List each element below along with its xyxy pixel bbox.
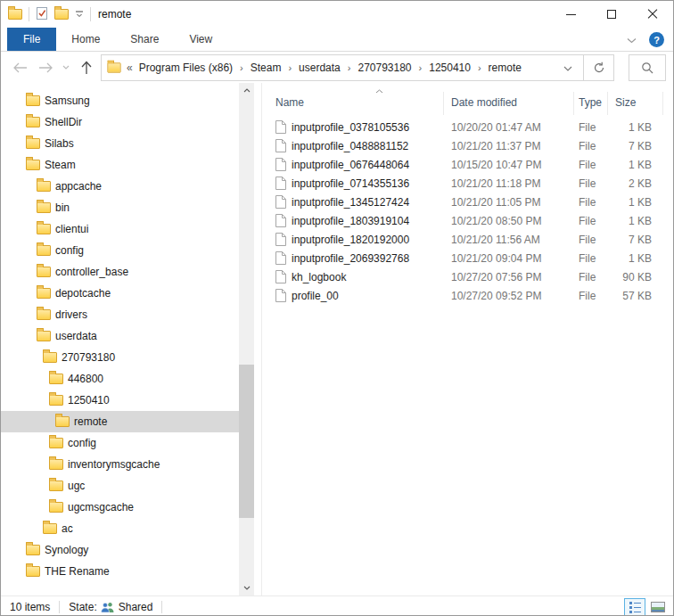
column-header-date-modified[interactable]: Date modified <box>444 92 574 115</box>
search-icon <box>641 62 653 74</box>
tree-item-controller-base[interactable]: controller_base <box>1 261 240 283</box>
address-dropdown-chevron-icon[interactable] <box>556 62 579 74</box>
tree-item-samsung[interactable]: Samsung <box>1 90 240 111</box>
tree-item-config[interactable]: config <box>1 432 240 454</box>
table-row[interactable]: inputprofile_2069392768 10/21/20 09:04 P… <box>264 249 673 267</box>
tree-item-ugc[interactable]: ugc <box>1 475 240 497</box>
tree-item-ugcmsgcache[interactable]: ugcmsgcache <box>1 497 240 518</box>
file-name: inputprofile_0378105536 <box>292 121 409 134</box>
folder-icon <box>37 181 51 192</box>
recent-locations-chevron-icon[interactable] <box>60 57 72 78</box>
breadcrumb-program-files-x86-[interactable]: Program Files (x86) <box>136 62 235 74</box>
scrollbar-thumb[interactable] <box>239 365 254 518</box>
expand-ribbon-chevron-icon[interactable] <box>627 34 637 46</box>
tab-share[interactable]: Share <box>115 28 174 51</box>
folder-icon <box>26 545 40 555</box>
tree-item-userdata[interactable]: userdata <box>1 325 240 347</box>
file-type: File <box>574 271 608 283</box>
file-name: inputprofile_0488881152 <box>292 140 408 152</box>
table-row[interactable]: inputprofile_0676448064 10/15/20 10:47 P… <box>264 155 673 174</box>
file-size: 1 KB <box>608 196 663 209</box>
shared-people-icon <box>101 602 115 612</box>
forward-button[interactable] <box>35 57 56 78</box>
tree-item-remote[interactable]: remote <box>1 411 240 432</box>
tree-item-shelldir[interactable]: ShellDir <box>1 111 240 133</box>
properties-check-icon[interactable] <box>36 6 48 23</box>
file-icon <box>275 177 286 190</box>
ribbon-right: ? <box>627 28 664 52</box>
tree-item-inventorymsgcache[interactable]: inventorymsgcache <box>1 454 240 475</box>
tree-item-270793180[interactable]: 270793180 <box>1 347 240 368</box>
tree-item-clientui[interactable]: clientui <box>1 218 240 240</box>
view-switcher <box>624 598 669 616</box>
column-header-name[interactable]: Name <box>264 92 444 115</box>
folder-icon <box>26 138 40 149</box>
tree-item-config[interactable]: config <box>1 240 240 261</box>
tree-item-silabs[interactable]: Silabs <box>1 133 240 154</box>
breadcrumb-steam[interactable]: Steam <box>248 62 284 74</box>
breadcrumb-remote[interactable]: remote <box>486 62 524 74</box>
tree-item-ac[interactable]: ac <box>1 518 240 539</box>
table-row[interactable]: inputprofile_1803919104 10/21/20 08:50 P… <box>264 211 673 230</box>
table-row[interactable]: inputprofile_0714355136 10/21/20 11:18 P… <box>264 174 673 193</box>
address-box[interactable]: «Program Files (x86)›Steam›userdata›2707… <box>101 54 584 81</box>
search-input[interactable] <box>629 54 666 81</box>
breadcrumb-270793180[interactable]: 270793180 <box>355 62 414 74</box>
file-type: File <box>574 159 608 171</box>
address-row: «Program Files (x86)›Steam›userdata›2707… <box>1 52 673 83</box>
file-type: File <box>574 215 608 227</box>
scroll-up-icon[interactable] <box>239 83 254 98</box>
maximize-button[interactable] <box>591 1 632 28</box>
folder-icon <box>49 502 63 513</box>
tree-item-bin[interactable]: bin <box>1 197 240 218</box>
tree-item-appcache[interactable]: appcache <box>1 176 240 197</box>
file-date-modified: 10/27/20 07:56 PM <box>444 271 574 283</box>
back-button[interactable] <box>10 57 31 78</box>
scroll-down-icon[interactable] <box>239 580 254 595</box>
state-label: State: <box>69 601 96 613</box>
column-header-size[interactable]: Size <box>608 92 663 115</box>
table-row[interactable]: profile_00 10/27/20 09:52 PM File 57 KB <box>264 286 673 305</box>
table-row[interactable]: inputprofile_1820192000 10/21/20 11:56 A… <box>264 230 673 249</box>
minimize-icon <box>566 14 576 15</box>
tree-item-1250410[interactable]: 1250410 <box>1 390 240 411</box>
folder-icon <box>49 459 63 470</box>
file-name: inputprofile_0714355136 <box>292 177 409 190</box>
file-date-modified: 10/21/20 11:37 PM <box>444 140 574 152</box>
up-button[interactable] <box>76 57 97 78</box>
close-button[interactable] <box>632 1 673 28</box>
refresh-button[interactable] <box>584 54 614 81</box>
file-type: File <box>574 234 608 246</box>
tab-home[interactable]: Home <box>56 28 115 51</box>
table-row[interactable]: inputprofile_0378105536 10/20/20 01:47 A… <box>264 118 673 136</box>
file-date-modified: 10/15/20 10:47 PM <box>444 159 574 171</box>
table-row[interactable]: inputprofile_0488881152 10/21/20 11:37 P… <box>264 136 673 155</box>
folder-icon <box>43 523 57 534</box>
tree-item-synology[interactable]: Synology <box>1 539 240 561</box>
minimize-button[interactable] <box>550 1 591 28</box>
file-icon <box>275 251 286 265</box>
large-icons-view-button[interactable] <box>647 598 669 616</box>
breadcrumb-1250410[interactable]: 1250410 <box>426 62 473 74</box>
tree-item-steam[interactable]: Steam <box>1 154 240 176</box>
tab-file[interactable]: File <box>7 28 56 51</box>
tab-view[interactable]: View <box>174 28 227 51</box>
file-size: 1 KB <box>608 252 663 265</box>
table-row[interactable]: inputprofile_1345127424 10/21/20 11:05 P… <box>264 193 673 211</box>
table-row[interactable]: kh_logbook 10/27/20 07:56 PM File 90 KB <box>264 267 673 286</box>
breadcrumb-userdata[interactable]: userdata <box>296 62 343 74</box>
folder-icon <box>37 331 51 341</box>
new-folder-icon[interactable] <box>54 9 69 20</box>
tree-scrollbar[interactable] <box>239 83 254 595</box>
help-button[interactable]: ? <box>649 32 664 47</box>
folder-icon <box>37 267 51 277</box>
qat-dropdown-icon[interactable] <box>75 8 84 21</box>
tree-item-depotcache[interactable]: depotcache <box>1 283 240 304</box>
collapsed-crumbs-icon[interactable]: « <box>121 62 136 74</box>
column-header-type[interactable]: Type <box>574 92 608 115</box>
tree-item-drivers[interactable]: drivers <box>1 304 240 325</box>
large-icons-view-icon <box>651 602 665 612</box>
details-view-button[interactable] <box>624 598 645 616</box>
tree-item-446800[interactable]: 446800 <box>1 368 240 390</box>
tree-item-the-rename[interactable]: THE Rename <box>1 561 240 582</box>
